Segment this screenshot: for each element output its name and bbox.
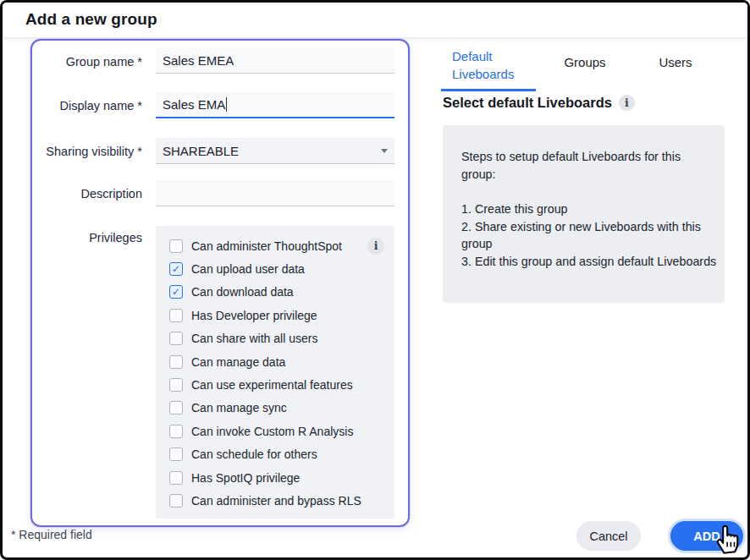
checkbox-checked[interactable]: ✓: [169, 285, 183, 299]
privilege-row: Can administer ThoughtSpoti: [169, 234, 386, 257]
step-item: 1. Create this group: [461, 200, 718, 218]
checkbox-unchecked[interactable]: [169, 401, 183, 415]
add-group-dialog: Add a new group Group name * Sales EMEA …: [0, 0, 750, 560]
checkbox-unchecked[interactable]: [169, 378, 183, 392]
privilege-row: ✓Can download data: [169, 281, 386, 304]
privilege-label: Can administer ThoughtSpot: [191, 239, 342, 253]
sharing-visibility-select[interactable]: SHAREABLE: [156, 138, 394, 164]
privilege-label: Can share with all users: [191, 332, 317, 345]
privilege-row: ✓Can upload user data: [169, 257, 386, 280]
description-input[interactable]: [156, 180, 394, 206]
info-icon[interactable]: i: [367, 238, 384, 255]
checkbox-unchecked[interactable]: [169, 355, 183, 369]
text-cursor: [226, 97, 227, 112]
required-field-note: * Required field: [11, 528, 92, 541]
privilege-label: Can invoke Custom R Analysis: [191, 425, 353, 438]
privilege-row: Can administer and bypass RLS: [169, 489, 386, 512]
display-name-input[interactable]: Sales EMA: [156, 92, 394, 118]
steps-list: 1. Create this group 2. Share existing o…: [461, 200, 718, 270]
checkbox-unchecked[interactable]: [169, 447, 183, 461]
info-icon[interactable]: i: [619, 95, 635, 111]
privilege-label: Can manage sync: [191, 401, 287, 415]
tab-users[interactable]: Users: [648, 55, 703, 69]
checkbox-unchecked[interactable]: [169, 309, 183, 322]
privilege-label: Can schedule for others: [191, 447, 317, 461]
privilege-row: Has Developer privilege: [169, 304, 386, 327]
privilege-label: Can download data: [191, 285, 294, 299]
cancel-button[interactable]: Cancel: [576, 521, 641, 551]
description-label: Description: [32, 187, 142, 200]
sharing-visibility-value: SHAREABLE: [163, 144, 239, 158]
heading-text: Select default Liveboards: [443, 95, 612, 111]
checkbox-unchecked[interactable]: [169, 425, 183, 438]
privileges-list: Can administer ThoughtSpoti✓Can upload u…: [156, 226, 394, 519]
checkbox-checked[interactable]: ✓: [169, 262, 183, 276]
privilege-row: Can manage sync: [169, 397, 386, 420]
group-name-label: Group name *: [32, 55, 142, 69]
checkbox-unchecked[interactable]: [169, 471, 183, 485]
group-name-value: Sales EMEA: [163, 53, 234, 68]
privilege-row: Can use experimental features: [169, 373, 386, 396]
privilege-row: Can invoke Custom R Analysis: [169, 420, 386, 442]
privilege-label: Can administer and bypass RLS: [191, 494, 361, 508]
privilege-label: Has Developer privilege: [191, 309, 317, 322]
group-form-panel: Group name * Sales EMEA Display name * S…: [30, 39, 410, 527]
step-item: 3. Edit this group and assign default Li…: [461, 253, 718, 271]
chevron-down-icon: [381, 149, 388, 153]
display-name-label: Display name *: [32, 99, 142, 113]
select-default-liveboards-heading: Select default Liveboards i: [443, 95, 635, 111]
dialog-header: Add a new group: [3, 3, 747, 37]
step-item: 2. Share existing or new Liveboards with…: [461, 218, 718, 253]
privilege-row: Can share with all users: [169, 327, 386, 350]
privilege-label: Has SpotIQ privilege: [191, 471, 300, 485]
privilege-row: Has SpotIQ privilege: [169, 466, 386, 489]
privilege-row: Can schedule for others: [169, 443, 386, 466]
privilege-label: Can use experimental features: [191, 378, 353, 392]
tab-groups[interactable]: Groups: [549, 55, 621, 69]
privilege-label: Can upload user data: [191, 262, 305, 276]
sharing-visibility-label: Sharing visibility *: [32, 145, 142, 158]
tab-default-liveboards[interactable]: Default Liveboards: [441, 44, 536, 91]
display-name-value: Sales EMA: [163, 97, 225, 112]
liveboards-steps-box: Steps to setup default Liveboards for th…: [443, 125, 725, 303]
privilege-label: Can manage data: [191, 355, 285, 369]
checkbox-unchecked[interactable]: [169, 239, 183, 253]
dialog-title: Add a new group: [25, 10, 157, 29]
checkbox-unchecked[interactable]: [169, 332, 183, 345]
group-name-input[interactable]: Sales EMEA: [156, 47, 394, 74]
checkbox-unchecked[interactable]: [169, 494, 183, 508]
privilege-row: Can manage data: [169, 350, 386, 373]
steps-intro: Steps to setup default Liveboards for th…: [461, 148, 718, 183]
privileges-label: Privileges: [32, 231, 142, 244]
add-button[interactable]: ADD: [670, 521, 743, 551]
